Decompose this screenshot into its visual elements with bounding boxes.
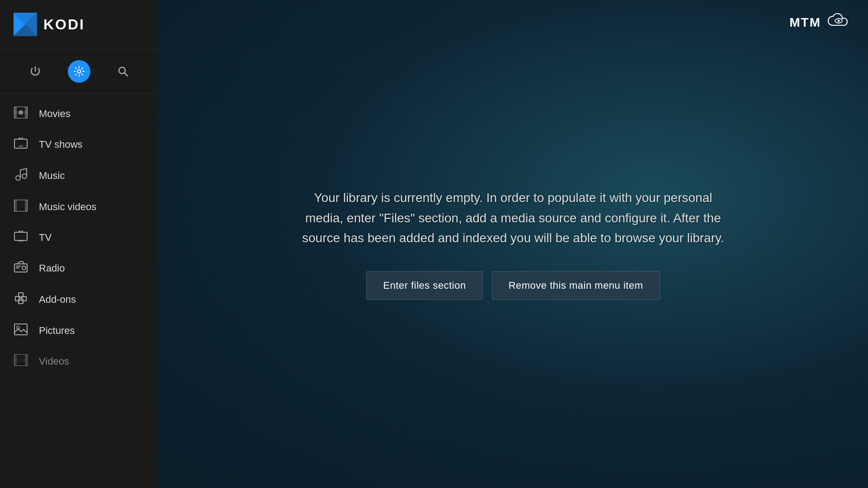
settings-button[interactable] bbox=[68, 60, 90, 83]
empty-library-message: Your library is currently empty. In orde… bbox=[294, 188, 732, 249]
svg-rect-23 bbox=[16, 267, 19, 268]
nav-item-radio[interactable]: Radio bbox=[0, 253, 158, 284]
radio-icon bbox=[14, 261, 28, 276]
svg-point-10 bbox=[19, 110, 23, 115]
tv-icon bbox=[14, 230, 28, 245]
svg-rect-28 bbox=[14, 324, 27, 335]
nav-item-movies[interactable]: Movies bbox=[0, 99, 158, 129]
center-content: Your library is currently empty. In orde… bbox=[276, 170, 750, 318]
svg-rect-12 bbox=[19, 145, 23, 147]
power-button[interactable] bbox=[24, 60, 47, 83]
music-icon bbox=[14, 168, 28, 183]
svg-point-14 bbox=[22, 174, 27, 178]
enter-files-button[interactable]: Enter files section bbox=[366, 271, 482, 300]
tv-label: TV bbox=[39, 232, 52, 244]
svg-point-4 bbox=[77, 70, 80, 73]
main-nav: Movies TV shows Music Music videos TV bbox=[0, 94, 158, 488]
nav-item-pictures[interactable]: Pictures bbox=[0, 315, 158, 346]
top-right-brand: MTM bbox=[789, 13, 850, 33]
pictures-label: Pictures bbox=[39, 325, 75, 337]
app-header: KODI bbox=[0, 0, 158, 49]
action-buttons: Enter files section Remove this main men… bbox=[366, 271, 660, 300]
tvshows-icon bbox=[14, 137, 28, 152]
app-name: KODI bbox=[43, 16, 85, 33]
musicvideos-label: Music videos bbox=[39, 201, 96, 213]
svg-rect-19 bbox=[18, 240, 24, 242]
music-label: Music bbox=[39, 170, 65, 182]
search-button[interactable] bbox=[112, 60, 134, 83]
pictures-icon bbox=[14, 324, 28, 338]
sidebar-controls bbox=[0, 49, 158, 94]
svg-rect-18 bbox=[14, 232, 27, 240]
sidebar: KODI Movies bbox=[0, 0, 158, 488]
nav-item-addons[interactable]: Add-ons bbox=[0, 284, 158, 315]
settings-icon bbox=[73, 66, 85, 77]
nav-item-music[interactable]: Music bbox=[0, 160, 158, 192]
svg-point-13 bbox=[16, 176, 20, 180]
svg-point-35 bbox=[838, 20, 840, 22]
radio-label: Radio bbox=[39, 263, 65, 274]
movies-label: Movies bbox=[39, 108, 71, 120]
svg-rect-17 bbox=[25, 200, 28, 211]
svg-rect-16 bbox=[14, 200, 17, 211]
videos-label: Videos bbox=[39, 356, 69, 367]
nav-item-tv[interactable]: TV bbox=[0, 222, 158, 253]
main-content: MTM Your library is currently empty. In … bbox=[158, 0, 868, 488]
svg-point-21 bbox=[22, 266, 26, 270]
kodi-logo: KODI bbox=[14, 13, 85, 36]
addons-icon bbox=[14, 292, 28, 307]
svg-rect-22 bbox=[16, 266, 21, 267]
nav-item-musicvideos[interactable]: Music videos bbox=[0, 192, 158, 222]
addons-label: Add-ons bbox=[39, 294, 76, 305]
kodi-logo-icon bbox=[14, 13, 37, 36]
remove-menu-item-button[interactable]: Remove this main menu item bbox=[492, 271, 660, 300]
movies-icon bbox=[14, 107, 28, 121]
power-icon bbox=[29, 66, 41, 77]
tvshows-label: TV shows bbox=[39, 139, 83, 150]
search-icon bbox=[117, 66, 129, 77]
videos-icon bbox=[14, 354, 28, 369]
nav-item-tvshows[interactable]: TV shows bbox=[0, 129, 158, 160]
svg-rect-33 bbox=[14, 358, 28, 362]
nav-item-videos[interactable]: Videos bbox=[0, 346, 158, 377]
musicvideos-icon bbox=[14, 200, 28, 214]
brand-text: MTM bbox=[789, 15, 821, 30]
brand-icon bbox=[827, 13, 850, 33]
